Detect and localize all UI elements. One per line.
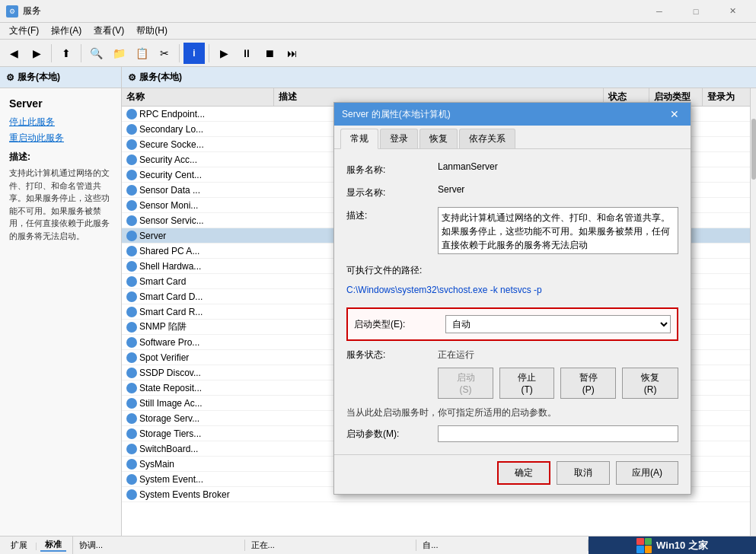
app-title: 服务	[23, 5, 642, 18]
service-name-cell: SwitchBoard...	[122, 442, 274, 456]
startup-type-section: 启动类型(E): 自动 手动 禁用 自动(延迟启动)	[346, 307, 678, 341]
service-name-cell: Sensor Moni...	[122, 199, 274, 212]
service-name-cell: Spot Verifier	[122, 351, 274, 365]
service-login-cell	[703, 250, 756, 253]
param-input[interactable]	[438, 425, 678, 442]
col-name: 名称	[122, 88, 274, 106]
service-login-cell	[703, 402, 756, 405]
startup-type-select[interactable]: 自动 手动 禁用 自动(延迟启动)	[445, 315, 671, 333]
dialog-title-bar: Server 的属性(本地计算机) ✕	[334, 103, 691, 126]
description-row: 描述:	[346, 207, 678, 254]
service-login-cell	[703, 341, 756, 344]
main-scrollbar[interactable]	[750, 88, 756, 536]
title-bar-buttons: ─ □ ✕	[642, 0, 750, 23]
tab-dependencies[interactable]: 依存关系	[459, 129, 515, 148]
tab-recovery[interactable]: 恢复	[419, 129, 458, 148]
service-name-cell: Security Acc...	[122, 153, 274, 167]
service-name-cell: Sensor Servic...	[122, 214, 274, 228]
close-button[interactable]: ✕	[715, 0, 750, 23]
folder-button[interactable]: 📁	[108, 43, 129, 64]
start-service-button[interactable]: 启动(S)	[438, 368, 493, 399]
dialog-close-button[interactable]: ✕	[666, 106, 683, 123]
service-name-cell: Security Cent...	[122, 168, 274, 182]
up-button[interactable]: ⬆	[56, 43, 77, 64]
service-login-cell	[703, 158, 756, 161]
service-icon	[126, 200, 137, 211]
display-name-value: Server	[438, 184, 678, 195]
info-button[interactable]: i	[183, 43, 205, 64]
toolbar-sep-1	[51, 44, 52, 62]
service-icon	[126, 459, 137, 470]
minimize-button[interactable]: ─	[642, 0, 677, 23]
resume-service-button[interactable]: 恢复(R)	[622, 368, 678, 399]
menu-view[interactable]: 查看(V)	[88, 23, 130, 40]
ok-button[interactable]: 确定	[497, 461, 550, 485]
left-panel: ⚙ 服务(本地) Server 停止此服务 重启动此服务 描述: 支持此计算机通…	[0, 67, 122, 536]
service-name-cell: RPC Endpoint...	[122, 107, 274, 121]
service-login-cell	[703, 417, 756, 420]
status-row: 服务状态: 正在运行	[346, 349, 678, 361]
tab-standard[interactable]: 标准	[40, 539, 66, 552]
search-button[interactable]: 🔍	[85, 43, 107, 64]
service-name-cell: System Event...	[122, 473, 274, 486]
service-icon	[126, 398, 137, 409]
service-login-cell	[703, 189, 756, 192]
service-icon	[126, 246, 137, 256]
service-name-cell: Smart Card D...	[122, 290, 274, 304]
status-section: 服务状态: 正在运行 启动(S) 停止(T) 暂停(P) 恢复(R)	[346, 349, 678, 399]
copy-button[interactable]: 📋	[131, 43, 152, 64]
cancel-button[interactable]: 取消	[557, 461, 610, 485]
exec-path-row: 可执行文件的路径:	[346, 262, 678, 277]
restart-button[interactable]: ⏭	[282, 43, 303, 64]
forward-button[interactable]: ▶	[26, 43, 47, 64]
service-icon	[126, 185, 137, 196]
toolbar: ◀ ▶ ⬆ 🔍 📁 📋 ✂ i ▶ ⏸ ⏹ ⏭	[0, 40, 756, 67]
restart-service-link[interactable]: 重启动此服务	[9, 132, 112, 145]
dialog-tab-bar: 常规 登录 恢复 依存关系	[334, 126, 691, 149]
pause-button[interactable]: ⏸	[236, 43, 257, 64]
main-area: ⚙ 服务(本地) Server 停止此服务 重启动此服务 描述: 支持此计算机通…	[0, 67, 756, 536]
service-name-row: 服务名称: LanmanServer	[346, 161, 678, 177]
service-login-cell	[703, 493, 756, 496]
stop-service-link[interactable]: 停止此服务	[9, 116, 112, 129]
service-name-cell: System Events Broker	[122, 488, 274, 501]
startup-note: 当从此处启动服务时，你可指定所适用的启动参数。	[346, 406, 678, 419]
properties-dialog: Server 的属性(本地计算机) ✕ 常规 登录 恢复 依存关系 服务名称: …	[333, 102, 691, 495]
toolbar-sep-2	[81, 44, 81, 62]
menu-file[interactable]: 文件(F)	[3, 23, 45, 40]
description-textarea[interactable]	[438, 207, 678, 254]
service-login-cell	[703, 219, 756, 222]
menu-action[interactable]: 操作(A)	[45, 23, 88, 40]
dialog-title: Server 的属性(本地计算机)	[342, 108, 666, 121]
service-icon	[126, 322, 137, 333]
service-icon	[126, 352, 137, 363]
tab-login[interactable]: 登录	[380, 129, 418, 148]
status-col-3: 自...	[416, 540, 589, 551]
dialog-body: 服务名称: LanmanServer 显示名称: Server 描述: 可执行文…	[334, 149, 691, 454]
stop-button[interactable]: ⏹	[259, 43, 280, 64]
left-panel-content: Server 停止此服务 重启动此服务 描述: 支持此计算机通过网络的文件、打印…	[0, 88, 121, 251]
service-login-cell	[703, 463, 756, 466]
tab-expand[interactable]: 扩展	[6, 540, 32, 551]
menu-help[interactable]: 帮助(H)	[130, 23, 174, 40]
status-bar-content: 协调... 正在... 自...	[73, 540, 589, 551]
back-button[interactable]: ◀	[3, 43, 24, 64]
service-login-cell	[703, 326, 756, 329]
status-label: 服务状态:	[346, 349, 438, 361]
stop-service-button[interactable]: 停止(T)	[499, 368, 554, 399]
service-login-cell	[703, 113, 756, 116]
title-bar: ⚙ 服务 ─ □ ✕	[0, 0, 756, 23]
service-icon	[126, 170, 137, 180]
tab-general[interactable]: 常规	[340, 129, 378, 149]
service-login-cell	[703, 174, 756, 177]
pause-service-button[interactable]: 暂停(P)	[560, 368, 616, 399]
service-login-cell	[703, 204, 756, 207]
move-button[interactable]: ✂	[154, 43, 175, 64]
apply-button[interactable]: 应用(A)	[616, 461, 678, 485]
play-button[interactable]: ▶	[213, 43, 234, 64]
service-name-cell: SNMP 陷阱	[122, 319, 274, 335]
service-icon	[126, 383, 137, 393]
toolbar-sep-3	[179, 44, 180, 62]
app-icon: ⚙	[6, 5, 18, 18]
restore-button[interactable]: □	[678, 0, 713, 23]
